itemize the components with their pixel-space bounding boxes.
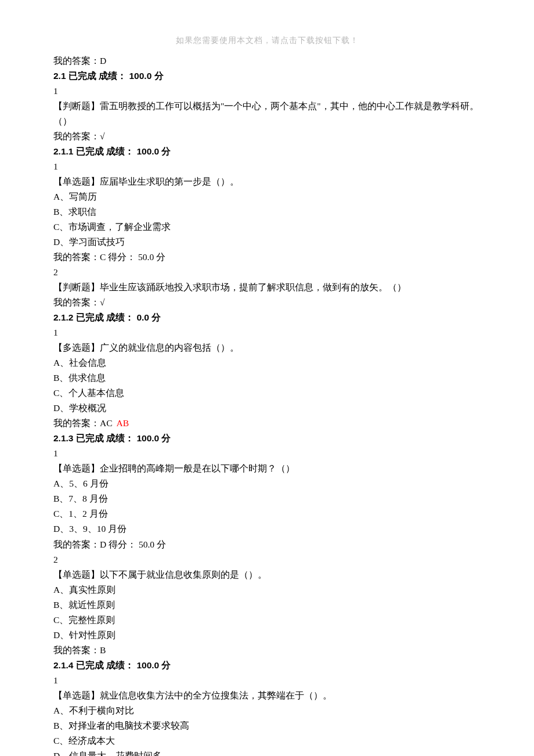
section-header: 2.1.3 已完成 成绩： 100.0 分 <box>53 431 481 446</box>
text-line: 1 <box>53 446 481 461</box>
document-page: 如果您需要使用本文档，请点击下载按钮下载！ 我的答案：D2.1 已完成 成绩： … <box>0 0 534 756</box>
section-header: 2.1 已完成 成绩： 100.0 分 <box>53 69 481 84</box>
text-line: 【判断题】雷五明教授的工作可以概括为"一个中心，两个基本点"，其中，他的中心工作… <box>53 99 481 129</box>
text-line: 1 <box>53 325 481 340</box>
text-line: 我的答案：B <box>53 643 481 658</box>
text-line: D、针对性原则 <box>53 628 481 643</box>
text-line: B、供求信息 <box>53 370 481 386</box>
text-line: B、求职信 <box>53 204 481 219</box>
text-line: 我的答案：AC AB <box>53 416 481 431</box>
text-line: 【多选题】广义的就业信息的内容包括（）。 <box>53 340 481 355</box>
text-line: A、真实性原则 <box>53 582 481 597</box>
text-span: 我的答案：AC <box>53 418 116 428</box>
header-note: 如果您需要使用本文档，请点击下载按钮下载！ <box>53 34 481 48</box>
section-header: 2.1.2 已完成 成绩： 0.0 分 <box>53 310 481 325</box>
text-line: 1 <box>53 84 481 99</box>
text-line: 我的答案：C 得分： 50.0 分 <box>53 250 481 265</box>
text-line: A、写简历 <box>53 189 481 204</box>
text-line: 我的答案：D <box>53 53 481 69</box>
text-line: D、3、9、10 月份 <box>53 521 481 537</box>
text-line: C、经济成本大 <box>53 733 481 748</box>
text-line: C、1、2 月份 <box>53 506 481 521</box>
text-line: 我的答案：√ <box>53 295 481 310</box>
text-line: A、社会信息 <box>53 355 481 370</box>
text-line: 【单选题】应届毕业生求职的第一步是（）。 <box>53 174 481 189</box>
text-line: 【单选题】以下不属于就业信息收集原则的是（）。 <box>53 567 481 582</box>
text-line: 【判断题】毕业生应该踊跃地投入求职市场，提前了解求职信息，做到有的放矢。（） <box>53 280 481 295</box>
text-line: 1 <box>53 673 481 688</box>
text-line: 2 <box>53 265 481 280</box>
section-header: 2.1.1 已完成 成绩： 100.0 分 <box>53 144 481 159</box>
text-line: 1 <box>53 159 481 174</box>
text-line: 我的答案：√ <box>53 129 481 144</box>
text-line: C、完整性原则 <box>53 613 481 628</box>
text-line: D、学校概况 <box>53 401 481 416</box>
document-body: 我的答案：D2.1 已完成 成绩： 100.0 分1【判断题】雷五明教授的工作可… <box>53 53 481 756</box>
text-line: 【单选题】企业招聘的高峰期一般是在以下哪个时期？（） <box>53 461 481 476</box>
text-line: D、学习面试技巧 <box>53 235 481 250</box>
text-line: C、个人基本信息 <box>53 386 481 401</box>
text-line: B、7、8 月份 <box>53 491 481 506</box>
correction-text: AB <box>116 418 129 428</box>
text-line: C、市场调查，了解企业需求 <box>53 219 481 235</box>
text-line: A、不利于横向对比 <box>53 703 481 718</box>
text-line: A、5、6 月份 <box>53 476 481 491</box>
text-line: 我的答案：D 得分： 50.0 分 <box>53 537 481 552</box>
text-line: 【单选题】就业信息收集方法中的全方位搜集法，其弊端在于（）。 <box>53 688 481 703</box>
section-header: 2.1.4 已完成 成绩： 100.0 分 <box>53 658 481 673</box>
text-line: D、信息量大，花费时间多 <box>53 748 481 756</box>
text-line: B、对择业者的电脑技术要求较高 <box>53 718 481 733</box>
text-line: 2 <box>53 552 481 567</box>
text-line: B、就近性原则 <box>53 597 481 613</box>
